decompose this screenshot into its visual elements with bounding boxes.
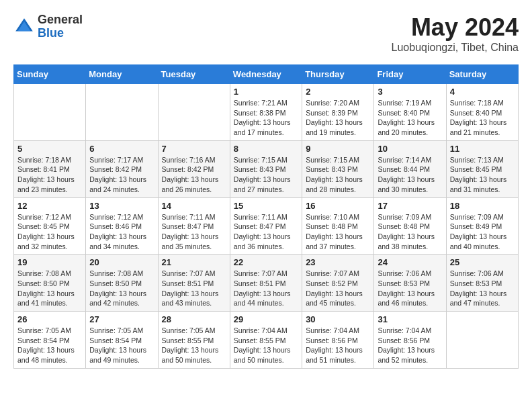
day-number: 1 bbox=[234, 87, 298, 97]
day-info: Sunrise: 7:13 AM Sunset: 8:45 PM Dayligh… bbox=[450, 155, 515, 195]
day-number: 24 bbox=[378, 257, 442, 267]
day-info: Sunrise: 7:05 AM Sunset: 8:54 PM Dayligh… bbox=[17, 326, 82, 365]
logo: General Blue bbox=[13, 13, 83, 40]
title-area: May 2024 Luobuqiongzi, Tibet, China bbox=[392, 13, 519, 54]
day-number: 10 bbox=[378, 144, 442, 154]
calendar-cell: 17Sunrise: 7:09 AM Sunset: 8:48 PM Dayli… bbox=[374, 197, 446, 255]
day-info: Sunrise: 7:09 AM Sunset: 8:48 PM Dayligh… bbox=[378, 212, 442, 252]
day-info: Sunrise: 7:16 AM Sunset: 8:42 PM Dayligh… bbox=[162, 155, 226, 195]
day-number: 9 bbox=[306, 144, 370, 154]
calendar-cell: 8Sunrise: 7:15 AM Sunset: 8:43 PM Daylig… bbox=[230, 140, 302, 197]
calendar-cell: 22Sunrise: 7:07 AM Sunset: 8:51 PM Dayli… bbox=[230, 255, 302, 312]
day-info: Sunrise: 7:11 AM Sunset: 8:47 PM Dayligh… bbox=[234, 212, 298, 252]
calendar-cell: 26Sunrise: 7:05 AM Sunset: 8:54 PM Dayli… bbox=[14, 312, 86, 369]
day-info: Sunrise: 7:20 AM Sunset: 8:39 PM Dayligh… bbox=[306, 98, 370, 138]
logo-general-text: General bbox=[38, 13, 83, 27]
calendar-cell: 7Sunrise: 7:16 AM Sunset: 8:42 PM Daylig… bbox=[158, 140, 230, 197]
day-number: 11 bbox=[450, 144, 515, 154]
weekday-header: Saturday bbox=[446, 65, 518, 84]
day-number: 31 bbox=[378, 314, 442, 324]
day-number: 13 bbox=[89, 201, 154, 211]
calendar-cell bbox=[86, 84, 158, 141]
calendar-cell: 4Sunrise: 7:18 AM Sunset: 8:40 PM Daylig… bbox=[446, 84, 518, 141]
day-info: Sunrise: 7:06 AM Sunset: 8:53 PM Dayligh… bbox=[378, 269, 442, 308]
day-info: Sunrise: 7:08 AM Sunset: 8:50 PM Dayligh… bbox=[17, 269, 82, 308]
location: Luobuqiongzi, Tibet, China bbox=[392, 42, 519, 54]
day-info: Sunrise: 7:07 AM Sunset: 8:51 PM Dayligh… bbox=[162, 269, 226, 308]
calendar-table: SundayMondayTuesdayWednesdayThursdayFrid… bbox=[13, 64, 519, 369]
calendar-cell: 23Sunrise: 7:07 AM Sunset: 8:52 PM Dayli… bbox=[302, 255, 374, 312]
day-info: Sunrise: 7:07 AM Sunset: 8:51 PM Dayligh… bbox=[234, 269, 298, 308]
day-info: Sunrise: 7:09 AM Sunset: 8:49 PM Dayligh… bbox=[450, 212, 515, 252]
day-info: Sunrise: 7:05 AM Sunset: 8:54 PM Dayligh… bbox=[89, 326, 154, 365]
calendar-cell: 20Sunrise: 7:08 AM Sunset: 8:50 PM Dayli… bbox=[86, 255, 158, 312]
day-number: 17 bbox=[378, 201, 442, 211]
month-year: May 2024 bbox=[392, 13, 519, 42]
day-info: Sunrise: 7:04 AM Sunset: 8:56 PM Dayligh… bbox=[306, 326, 370, 365]
day-number: 14 bbox=[162, 201, 226, 211]
calendar-cell: 2Sunrise: 7:20 AM Sunset: 8:39 PM Daylig… bbox=[302, 84, 374, 141]
weekday-header: Sunday bbox=[14, 65, 86, 84]
calendar-cell: 15Sunrise: 7:11 AM Sunset: 8:47 PM Dayli… bbox=[230, 197, 302, 255]
logo-icon bbox=[13, 16, 35, 38]
calendar-cell: 24Sunrise: 7:06 AM Sunset: 8:53 PM Dayli… bbox=[374, 255, 446, 312]
logo-text: General Blue bbox=[38, 13, 83, 40]
day-number: 23 bbox=[306, 257, 370, 267]
day-number: 3 bbox=[378, 87, 442, 97]
calendar-cell: 11Sunrise: 7:13 AM Sunset: 8:45 PM Dayli… bbox=[446, 140, 518, 197]
day-number: 28 bbox=[162, 314, 226, 324]
day-info: Sunrise: 7:12 AM Sunset: 8:45 PM Dayligh… bbox=[17, 212, 82, 252]
calendar-cell: 29Sunrise: 7:04 AM Sunset: 8:55 PM Dayli… bbox=[230, 312, 302, 369]
day-number: 15 bbox=[234, 201, 298, 211]
calendar-cell: 12Sunrise: 7:12 AM Sunset: 8:45 PM Dayli… bbox=[14, 197, 86, 255]
day-info: Sunrise: 7:12 AM Sunset: 8:46 PM Dayligh… bbox=[89, 212, 154, 252]
day-info: Sunrise: 7:21 AM Sunset: 8:38 PM Dayligh… bbox=[234, 98, 298, 138]
calendar-week-row: 5Sunrise: 7:18 AM Sunset: 8:41 PM Daylig… bbox=[14, 140, 519, 197]
day-number: 7 bbox=[162, 144, 226, 154]
calendar-cell: 21Sunrise: 7:07 AM Sunset: 8:51 PM Dayli… bbox=[158, 255, 230, 312]
day-number: 22 bbox=[234, 257, 298, 267]
calendar-week-row: 1Sunrise: 7:21 AM Sunset: 8:38 PM Daylig… bbox=[14, 84, 519, 141]
day-info: Sunrise: 7:06 AM Sunset: 8:53 PM Dayligh… bbox=[450, 269, 515, 308]
day-info: Sunrise: 7:18 AM Sunset: 8:41 PM Dayligh… bbox=[17, 155, 82, 195]
day-number: 18 bbox=[450, 201, 515, 211]
calendar-cell: 25Sunrise: 7:06 AM Sunset: 8:53 PM Dayli… bbox=[446, 255, 518, 312]
calendar-week-row: 26Sunrise: 7:05 AM Sunset: 8:54 PM Dayli… bbox=[14, 312, 519, 369]
calendar-cell: 18Sunrise: 7:09 AM Sunset: 8:49 PM Dayli… bbox=[446, 197, 518, 255]
calendar-cell: 6Sunrise: 7:17 AM Sunset: 8:42 PM Daylig… bbox=[86, 140, 158, 197]
calendar-cell bbox=[14, 84, 86, 141]
day-info: Sunrise: 7:11 AM Sunset: 8:47 PM Dayligh… bbox=[162, 212, 226, 252]
day-info: Sunrise: 7:10 AM Sunset: 8:48 PM Dayligh… bbox=[306, 212, 370, 252]
calendar-cell: 19Sunrise: 7:08 AM Sunset: 8:50 PM Dayli… bbox=[14, 255, 86, 312]
calendar-cell: 31Sunrise: 7:04 AM Sunset: 8:56 PM Dayli… bbox=[374, 312, 446, 369]
day-number: 6 bbox=[89, 144, 154, 154]
weekday-header: Wednesday bbox=[230, 65, 302, 84]
day-number: 26 bbox=[17, 314, 82, 324]
day-info: Sunrise: 7:17 AM Sunset: 8:42 PM Dayligh… bbox=[89, 155, 154, 195]
calendar-cell: 1Sunrise: 7:21 AM Sunset: 8:38 PM Daylig… bbox=[230, 84, 302, 141]
day-number: 29 bbox=[234, 314, 298, 324]
weekday-header-row: SundayMondayTuesdayWednesdayThursdayFrid… bbox=[14, 65, 519, 84]
calendar-cell: 9Sunrise: 7:15 AM Sunset: 8:43 PM Daylig… bbox=[302, 140, 374, 197]
logo-blue-text: Blue bbox=[38, 27, 83, 40]
calendar-cell: 5Sunrise: 7:18 AM Sunset: 8:41 PM Daylig… bbox=[14, 140, 86, 197]
weekday-header: Friday bbox=[374, 65, 446, 84]
day-info: Sunrise: 7:14 AM Sunset: 8:44 PM Dayligh… bbox=[378, 155, 442, 195]
day-number: 25 bbox=[450, 257, 515, 267]
calendar-week-row: 19Sunrise: 7:08 AM Sunset: 8:50 PM Dayli… bbox=[14, 255, 519, 312]
day-number: 30 bbox=[306, 314, 370, 324]
day-number: 8 bbox=[234, 144, 298, 154]
calendar-cell bbox=[158, 84, 230, 141]
day-info: Sunrise: 7:15 AM Sunset: 8:43 PM Dayligh… bbox=[234, 155, 298, 195]
day-info: Sunrise: 7:18 AM Sunset: 8:40 PM Dayligh… bbox=[450, 98, 515, 138]
day-number: 20 bbox=[89, 257, 154, 267]
weekday-header: Tuesday bbox=[158, 65, 230, 84]
calendar-cell: 13Sunrise: 7:12 AM Sunset: 8:46 PM Dayli… bbox=[86, 197, 158, 255]
day-info: Sunrise: 7:19 AM Sunset: 8:40 PM Dayligh… bbox=[378, 98, 442, 138]
day-info: Sunrise: 7:15 AM Sunset: 8:43 PM Dayligh… bbox=[306, 155, 370, 195]
day-number: 16 bbox=[306, 201, 370, 211]
day-number: 19 bbox=[17, 257, 82, 267]
day-info: Sunrise: 7:04 AM Sunset: 8:56 PM Dayligh… bbox=[378, 326, 442, 365]
day-info: Sunrise: 7:08 AM Sunset: 8:50 PM Dayligh… bbox=[89, 269, 154, 308]
calendar-cell: 27Sunrise: 7:05 AM Sunset: 8:54 PM Dayli… bbox=[86, 312, 158, 369]
